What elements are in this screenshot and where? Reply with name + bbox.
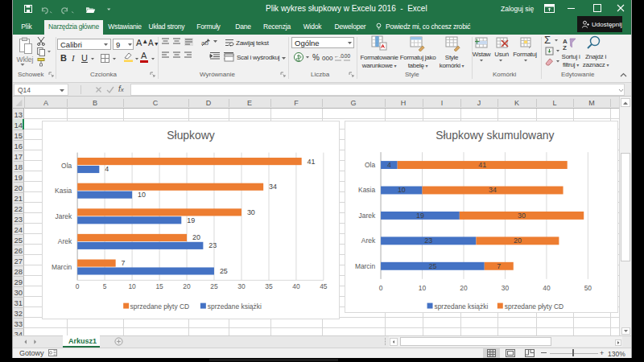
svg-text:20: 20 xyxy=(460,284,468,292)
svg-text:.00: .00 xyxy=(343,53,350,59)
svg-text:10: 10 xyxy=(128,282,136,290)
svg-text:5: 5 xyxy=(103,282,107,290)
svg-text:Ola: Ola xyxy=(61,162,72,170)
svg-text:35: 35 xyxy=(265,282,273,290)
svg-text:Z: Z xyxy=(563,44,567,51)
svg-text:Słupkowy skumulowany: Słupkowy skumulowany xyxy=(436,129,554,142)
svg-text:40: 40 xyxy=(543,284,551,292)
svg-text:30: 30 xyxy=(247,208,255,216)
svg-text:10: 10 xyxy=(398,186,406,194)
svg-text:Kasia: Kasia xyxy=(358,186,375,194)
svg-text:ab: ab xyxy=(201,39,208,47)
svg-text:Marcin: Marcin xyxy=(355,262,376,270)
svg-text:Arek: Arek xyxy=(361,237,376,245)
svg-text:23: 23 xyxy=(424,237,432,245)
svg-text:41: 41 xyxy=(308,158,316,166)
svg-text:23: 23 xyxy=(208,241,217,249)
svg-text:sprzedane płyty CD: sprzedane płyty CD xyxy=(130,302,189,311)
svg-text:sprzedane płyty CD: sprzedane płyty CD xyxy=(505,302,564,311)
svg-text:Jarek: Jarek xyxy=(359,212,376,220)
svg-text:25: 25 xyxy=(428,262,436,270)
svg-text:25: 25 xyxy=(210,282,218,290)
svg-text:Jarek: Jarek xyxy=(56,212,72,220)
svg-text:40: 40 xyxy=(292,282,300,290)
svg-text:Marcin: Marcin xyxy=(52,263,72,271)
svg-text:Arek: Arek xyxy=(58,237,72,245)
svg-text:Ola: Ola xyxy=(365,161,375,169)
svg-text:20: 20 xyxy=(192,233,200,241)
svg-text:0: 0 xyxy=(379,284,383,292)
svg-text:Słupkowy: Słupkowy xyxy=(167,129,214,142)
svg-text:50: 50 xyxy=(584,284,592,292)
svg-text:19: 19 xyxy=(416,212,424,220)
svg-text:7: 7 xyxy=(497,262,501,270)
svg-text:sprzedane książki: sprzedane książki xyxy=(434,302,488,311)
svg-text:41: 41 xyxy=(478,161,486,169)
svg-text:7: 7 xyxy=(122,259,126,267)
svg-text:20: 20 xyxy=(514,237,522,245)
svg-text:34: 34 xyxy=(489,186,497,194)
svg-text:30: 30 xyxy=(502,284,510,292)
svg-text:34: 34 xyxy=(269,183,277,191)
svg-text:30: 30 xyxy=(237,282,246,290)
svg-text:4: 4 xyxy=(387,161,391,169)
svg-text:25: 25 xyxy=(220,267,228,275)
svg-text:10: 10 xyxy=(138,191,146,199)
svg-text:sprzedane książki: sprzedane książki xyxy=(208,302,262,311)
svg-text:15: 15 xyxy=(155,282,163,290)
svg-text:0: 0 xyxy=(76,282,80,290)
svg-text:Kasia: Kasia xyxy=(55,187,72,195)
svg-text:4: 4 xyxy=(105,165,109,173)
svg-text:45: 45 xyxy=(320,282,328,290)
svg-text:20: 20 xyxy=(183,282,191,290)
svg-text:19: 19 xyxy=(187,216,195,224)
svg-text:30: 30 xyxy=(518,212,526,220)
svg-text:10: 10 xyxy=(419,284,427,292)
